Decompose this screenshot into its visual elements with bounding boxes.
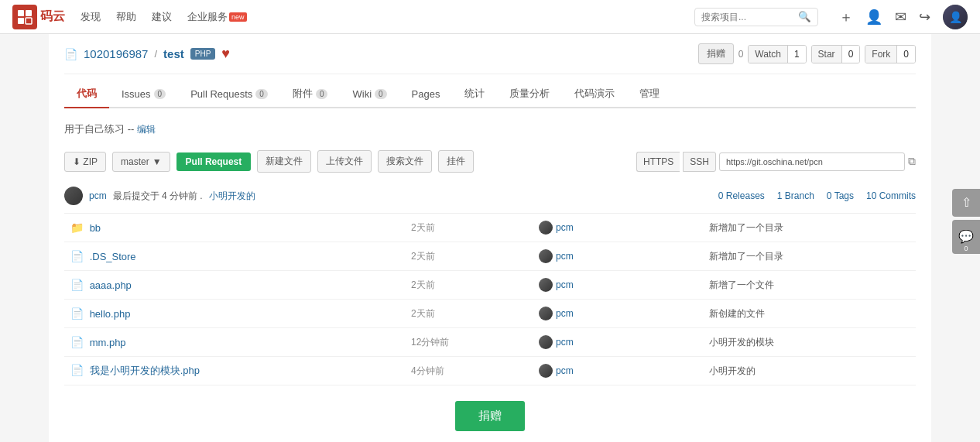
- file-link[interactable]: .DS_Store: [90, 251, 136, 262]
- file-time: 2天前: [405, 271, 533, 300]
- watch-label[interactable]: Watch: [749, 46, 788, 63]
- nav-suggest[interactable]: 建议: [152, 10, 172, 24]
- tab-attachments[interactable]: 附件 0: [280, 81, 341, 108]
- tab-stats[interactable]: 统计: [452, 81, 497, 108]
- tab-code[interactable]: 代码: [64, 81, 109, 108]
- file-icon: 📄: [70, 364, 84, 376]
- donate-action-btn[interactable]: 捐赠: [698, 43, 734, 64]
- file-link[interactable]: 我是小明开发的模块.php: [90, 365, 200, 376]
- tab-pullrequests[interactable]: Pull Requests 0: [178, 81, 280, 108]
- commit-user[interactable]: pcm: [89, 190, 107, 201]
- releases-link[interactable]: 0 Releases: [718, 190, 765, 201]
- tab-wiki[interactable]: Wiki 0: [340, 81, 399, 108]
- plugin-button[interactable]: 挂件: [438, 150, 474, 173]
- nav-discover[interactable]: 发现: [81, 10, 101, 24]
- author-link[interactable]: pcm: [556, 222, 574, 233]
- tab-admin[interactable]: 管理: [627, 81, 672, 108]
- action-buttons: 捐赠 0 Watch 1 Star 0 Fork 0: [698, 43, 916, 64]
- file-message: 小明开发的: [703, 357, 916, 385]
- table-row: 📄 aaaa.php 2天前 pcm 新增了一个文件: [64, 271, 916, 300]
- file-link[interactable]: hello.php: [90, 308, 131, 320]
- nav-enterprise[interactable]: 企业服务 new: [187, 10, 247, 24]
- svg-rect-2: [18, 18, 24, 24]
- author-link[interactable]: pcm: [556, 365, 574, 376]
- copy-button[interactable]: ⧉: [908, 155, 916, 168]
- edit-link[interactable]: 编辑: [137, 124, 156, 135]
- file-author: pcm: [539, 278, 697, 292]
- toolbar: ⬇ ZIP master ▼ Pull Request 新建文件 上传文件 搜索…: [64, 144, 916, 179]
- fav-icon[interactable]: ♥: [221, 46, 230, 62]
- search-file-button[interactable]: 搜索文件: [378, 150, 432, 173]
- ssh-button[interactable]: SSH: [683, 152, 716, 172]
- main-content: 📄 1020196987 / test PHP ♥ 捐赠 0 Watch 1 S…: [49, 34, 931, 442]
- svg-rect-1: [26, 10, 32, 16]
- commits-link[interactable]: 10 Commits: [866, 190, 916, 201]
- file-message: 新增加了一个目录: [703, 214, 916, 242]
- email-icon[interactable]: ✉: [895, 9, 906, 26]
- lang-badge: PHP: [190, 48, 216, 60]
- star-label[interactable]: Star: [812, 46, 842, 63]
- enterprise-badge: new: [229, 12, 247, 22]
- file-time: 2天前: [405, 300, 533, 328]
- tab-demo[interactable]: 代码演示: [562, 81, 627, 108]
- star-count: 0: [842, 46, 860, 63]
- repo-description: 用于自己练习 -- 编辑: [64, 115, 916, 144]
- new-file-button[interactable]: 新建文件: [257, 150, 311, 173]
- file-message: 新创建的文件: [703, 300, 916, 328]
- share-float-btn[interactable]: ⇧: [952, 189, 980, 217]
- file-icon: 📄: [70, 250, 84, 262]
- chevron-down-icon: ▼: [152, 156, 162, 167]
- author-avatar: [539, 307, 553, 320]
- donate-count: 0: [738, 49, 744, 60]
- file-table: 📁 bb 2天前 pcm 新增加了一个目录 📄 .DS_Store 2天前 pc…: [64, 214, 916, 385]
- user-icon[interactable]: 👤: [865, 9, 882, 26]
- fork-count: 0: [897, 46, 915, 63]
- author-link[interactable]: pcm: [556, 251, 574, 262]
- file-link[interactable]: mm.php: [90, 337, 126, 348]
- plus-icon[interactable]: ＋: [839, 8, 853, 26]
- nav-help[interactable]: 帮助: [116, 10, 136, 24]
- author-link[interactable]: pcm: [556, 308, 574, 319]
- author-avatar: [539, 278, 553, 292]
- file-link[interactable]: bb: [90, 222, 101, 234]
- file-time: 2天前: [405, 214, 533, 242]
- author-link[interactable]: pcm: [556, 337, 574, 348]
- tab-pages[interactable]: Pages: [399, 81, 453, 108]
- https-button[interactable]: HTTPS: [636, 152, 680, 172]
- repo-url-input[interactable]: [719, 152, 905, 171]
- pull-request-button[interactable]: Pull Request: [176, 152, 252, 171]
- repo-type-icon: 📄: [64, 48, 77, 60]
- share-icon[interactable]: ↪: [919, 9, 930, 26]
- svg-rect-0: [18, 10, 24, 16]
- upload-button[interactable]: 上传文件: [317, 150, 372, 173]
- zip-button[interactable]: ⬇ ZIP: [64, 152, 106, 172]
- search-button[interactable]: 🔍: [798, 11, 811, 22]
- comment-float-icon: 💬: [958, 229, 974, 244]
- tab-issues[interactable]: Issues 0: [109, 81, 178, 108]
- repo-name-link[interactable]: test: [163, 47, 184, 60]
- author-avatar: [539, 221, 553, 235]
- nav-bar: 码云 发现 帮助 建议 企业服务 new 🔍 ＋ 👤 ✉ ↪ 👤: [0, 0, 980, 34]
- donate-button[interactable]: 捐赠: [455, 401, 525, 431]
- logo[interactable]: 码云: [12, 5, 65, 29]
- fork-label[interactable]: Fork: [865, 46, 897, 63]
- author-link[interactable]: pcm: [556, 279, 574, 290]
- nav-enterprise-label: 企业服务: [187, 10, 228, 24]
- repo-owner-link[interactable]: 1020196987: [84, 47, 148, 60]
- file-author-cell: pcm: [533, 300, 703, 328]
- file-author: pcm: [539, 307, 697, 320]
- tags-link[interactable]: 0 Tags: [827, 190, 854, 201]
- branch-selector[interactable]: master ▼: [112, 152, 170, 172]
- file-message: 新增加了一个目录: [703, 242, 916, 271]
- avatar[interactable]: 👤: [943, 5, 968, 29]
- desc-text: 用于自己练习: [64, 123, 125, 135]
- wiki-badge: 0: [375, 89, 387, 99]
- file-link[interactable]: aaaa.php: [90, 279, 132, 291]
- branches-link[interactable]: 1 Branch: [777, 190, 814, 201]
- file-time: 4分钟前: [405, 357, 533, 385]
- tab-quality[interactable]: 质量分析: [497, 81, 562, 108]
- attach-badge: 0: [316, 89, 328, 99]
- commit-link[interactable]: 小明开发的: [209, 190, 255, 203]
- comment-float-btn[interactable]: 💬 0: [952, 220, 980, 254]
- file-author-cell: pcm: [533, 271, 703, 300]
